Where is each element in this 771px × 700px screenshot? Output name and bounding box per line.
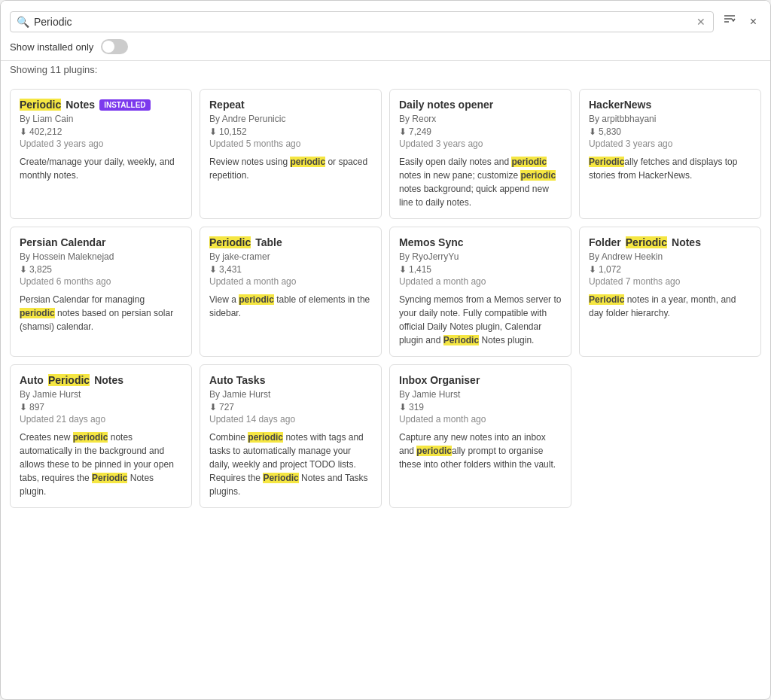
highlight-text: periodic <box>511 157 547 167</box>
highlight-text: Periodic <box>209 236 251 248</box>
card-description: Easily open daily notes and periodic not… <box>399 155 562 209</box>
show-installed-label: Show installed only <box>10 41 93 53</box>
card-description: Syncing memos from a Memos server to you… <box>399 293 562 347</box>
plugin-card[interactable]: Daily notes openerBy Reorx⬇ 7,249Updated… <box>389 89 571 219</box>
highlight-text: Periodic <box>20 99 61 111</box>
card-downloads: ⬇ 319 <box>399 402 562 412</box>
highlight-text: Periodic <box>589 294 624 305</box>
highlight-text: periodic <box>239 294 274 305</box>
download-icon: ⬇ <box>209 402 217 412</box>
highlight-text: periodic <box>416 446 452 456</box>
card-downloads: ⬇ 897 <box>20 402 182 412</box>
card-updated: Updated 14 days ago <box>209 414 372 425</box>
card-description: Capture any new notes into an inbox and … <box>399 431 562 471</box>
card-downloads: ⬇ 727 <box>209 402 372 412</box>
plugin-card[interactable]: Persian CalendarBy Hossein Maleknejad⬇ 3… <box>10 227 192 357</box>
card-updated: Updated 21 days ago <box>20 414 182 425</box>
card-title: Periodic Table <box>209 236 372 248</box>
plugin-grid: Periodic Notes INSTALLEDBy Liam Cain⬇ 40… <box>1 81 770 516</box>
card-title: Memos Sync <box>399 236 562 248</box>
card-updated: Updated 3 years ago <box>20 138 182 149</box>
card-title: Periodic Notes INSTALLED <box>20 99 182 111</box>
card-author: By Reorx <box>399 114 562 124</box>
card-description: Creates new periodic notes automatically… <box>20 431 182 498</box>
card-downloads: ⬇ 402,212 <box>20 126 182 137</box>
title-text: Notes <box>672 236 701 248</box>
download-icon: ⬇ <box>20 402 27 412</box>
card-downloads: ⬇ 3,431 <box>209 264 372 275</box>
download-icon: ⬇ <box>209 126 217 137</box>
card-title: Persian Calendar <box>20 236 182 248</box>
plugin-card[interactable]: Auto TasksBy Jamie Hurst⬇ 727Updated 14 … <box>200 364 382 508</box>
filter-row: Show installed only <box>10 39 761 60</box>
card-author: By Andre Perunicic <box>209 114 372 124</box>
title-text: Inbox Organiser <box>399 374 480 386</box>
card-downloads: ⬇ 5,830 <box>589 126 751 137</box>
clear-button[interactable]: ✕ <box>695 16 707 28</box>
search-input[interactable] <box>34 16 695 28</box>
header: 🔍 ✕ × Show installed only <box>1 1 770 61</box>
sort-button[interactable] <box>720 10 739 33</box>
download-icon: ⬇ <box>589 126 596 137</box>
show-installed-toggle[interactable] <box>101 39 128 54</box>
card-downloads: ⬇ 1,072 <box>589 264 751 275</box>
title-text: Notes <box>94 374 123 386</box>
card-title: Folder Periodic Notes <box>589 236 751 248</box>
card-updated: Updated 3 years ago <box>589 138 751 149</box>
card-updated: Updated 7 months ago <box>589 276 751 287</box>
highlight-text: Periodic <box>589 157 624 167</box>
title-text: Folder <box>589 236 621 248</box>
title-text: HackerNews <box>589 99 651 111</box>
plugin-card[interactable]: Folder Periodic NotesBy Andrew Heekin⬇ 1… <box>579 227 761 357</box>
card-title: Repeat <box>209 99 372 111</box>
card-downloads: ⬇ 1,415 <box>399 264 562 275</box>
title-text: Memos Sync <box>399 236 464 248</box>
card-description: View a periodic table of elements in the… <box>209 293 372 320</box>
plugin-card[interactable]: Periodic Notes INSTALLEDBy Liam Cain⬇ 40… <box>10 89 192 219</box>
card-updated: Updated a month ago <box>399 414 562 425</box>
highlight-text: Periodic <box>92 473 127 483</box>
card-author: By Liam Cain <box>20 114 182 124</box>
download-icon: ⬇ <box>589 264 596 275</box>
card-description: Review notes using periodic or spaced re… <box>209 155 372 182</box>
card-author: By Andrew Heekin <box>589 251 751 262</box>
installed-badge: INSTALLED <box>99 99 150 111</box>
title-text: Table <box>255 236 282 248</box>
download-icon: ⬇ <box>399 264 407 275</box>
download-icon: ⬇ <box>20 264 27 275</box>
card-downloads: ⬇ 10,152 <box>209 126 372 137</box>
plugin-card[interactable]: Memos SyncBy RyoJerryYu⬇ 1,415Updated a … <box>389 227 571 357</box>
card-updated: Updated a month ago <box>209 276 372 287</box>
card-downloads: ⬇ 3,825 <box>20 264 182 275</box>
card-title: Auto Periodic Notes <box>20 374 182 386</box>
highlight-text: Periodic <box>48 374 90 386</box>
card-title: HackerNews <box>589 99 751 111</box>
card-updated: Updated 5 months ago <box>209 138 372 149</box>
plugin-card[interactable]: Auto Periodic NotesBy Jamie Hurst⬇ 897Up… <box>10 364 192 508</box>
highlight-text: Periodic <box>263 473 298 483</box>
plugin-card[interactable]: HackerNewsBy arpitbbhayani⬇ 5,830Updated… <box>579 89 761 219</box>
card-author: By jake-cramer <box>209 251 372 262</box>
title-text: Persian Calendar <box>20 236 105 248</box>
card-author: By RyoJerryYu <box>399 251 562 262</box>
card-updated: Updated a month ago <box>399 276 562 287</box>
plugin-card[interactable]: RepeatBy Andre Perunicic⬇ 10,152Updated … <box>200 89 382 219</box>
title-text: Auto Tasks <box>209 374 265 386</box>
card-updated: Updated 6 months ago <box>20 276 182 287</box>
showing-count: Showing 11 plugins: <box>1 61 770 81</box>
search-icon: 🔍 <box>17 16 29 28</box>
highlight-text: periodic <box>290 157 325 167</box>
card-author: By arpitbbhayani <box>589 114 751 124</box>
download-icon: ⬇ <box>20 126 27 137</box>
search-row: 🔍 ✕ × <box>10 10 761 33</box>
card-description: Periodically fetches and displays top st… <box>589 155 751 182</box>
card-downloads: ⬇ 7,249 <box>399 126 562 137</box>
plugin-card[interactable]: Inbox OrganiserBy Jamie Hurst⬇ 319Update… <box>389 364 571 508</box>
highlight-text: Periodic <box>443 335 479 345</box>
close-button[interactable]: × <box>745 12 761 32</box>
highlight-text: periodic <box>520 170 556 181</box>
search-box[interactable]: 🔍 ✕ <box>10 11 714 32</box>
card-updated: Updated 3 years ago <box>399 138 562 149</box>
plugin-card[interactable]: Periodic TableBy jake-cramer⬇ 3,431Updat… <box>200 227 382 357</box>
card-title: Auto Tasks <box>209 374 372 386</box>
